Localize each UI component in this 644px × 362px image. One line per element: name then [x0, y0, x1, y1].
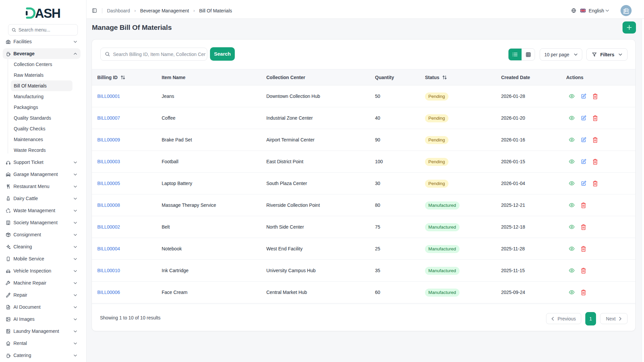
- svg-text:ASH: ASH: [35, 7, 60, 19]
